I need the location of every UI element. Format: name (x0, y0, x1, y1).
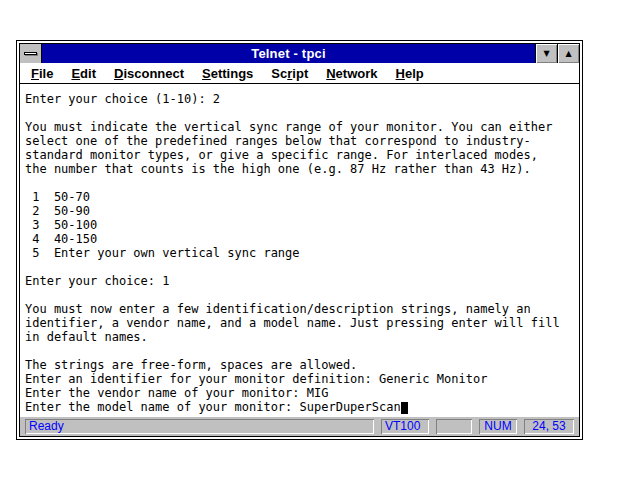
status-cursor-position: 24, 53 (524, 419, 574, 434)
telnet-window: Telnet - tpci ▼ ▲ FileEditDisconnectSett… (16, 40, 583, 440)
window-inner-frame: Telnet - tpci ▼ ▲ FileEditDisconnectSett… (19, 43, 580, 437)
control-menu-button[interactable] (20, 44, 42, 63)
terminal-screen[interactable]: Enter your choice (1-10): 2 You must ind… (20, 84, 579, 417)
window-title[interactable]: Telnet - tpci (42, 44, 535, 63)
menu-item-help[interactable]: Help (387, 66, 433, 81)
terminal-last-line-text: Enter the model name of your monitor: Su… (25, 400, 401, 414)
terminal-input-line: Enter the model name of your monitor: Su… (25, 400, 579, 414)
title-bar[interactable]: Telnet - tpci ▼ ▲ (20, 44, 579, 63)
terminal-cursor (401, 402, 408, 414)
maximize-button[interactable]: ▲ (557, 44, 579, 63)
desktop: Telnet - tpci ▼ ▲ FileEditDisconnectSett… (0, 0, 640, 480)
maximize-icon: ▲ (565, 49, 571, 58)
menu-bar: FileEditDisconnectSettingsScriptNetworkH… (20, 63, 579, 84)
status-blank-panel (436, 419, 472, 434)
menu-item-edit[interactable]: Edit (62, 66, 105, 81)
status-message: Ready (25, 419, 374, 434)
menu-item-network[interactable]: Network (317, 66, 386, 81)
minimize-icon: ▼ (543, 49, 549, 58)
control-menu-icon (24, 52, 37, 55)
minimize-button[interactable]: ▼ (535, 44, 557, 63)
status-emulation: VT100 (381, 419, 429, 434)
menu-item-disconnect[interactable]: Disconnect (105, 66, 193, 81)
menu-item-file[interactable]: File (22, 66, 62, 81)
status-bar: Ready VT100 NUM 24, 53 (20, 417, 579, 436)
terminal-output: Enter your choice (1-10): 2 You must ind… (25, 92, 579, 400)
status-numlock: NUM (479, 419, 517, 434)
menu-item-settings[interactable]: Settings (193, 66, 262, 81)
menu-item-script[interactable]: Script (262, 66, 317, 81)
